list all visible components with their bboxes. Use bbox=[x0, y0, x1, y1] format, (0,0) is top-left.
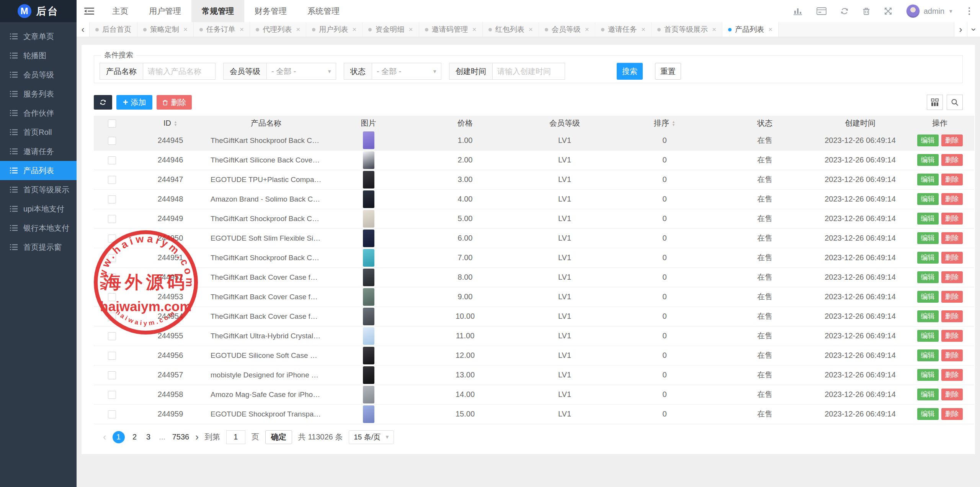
tab-close-icon[interactable]: × bbox=[408, 25, 413, 34]
bar-chart-icon[interactable] bbox=[794, 7, 803, 15]
row-delete-button[interactable]: 删除 bbox=[941, 252, 963, 264]
row-delete-button[interactable]: 删除 bbox=[941, 154, 963, 166]
cell-product-name[interactable]: TheGiftKart Shockproof Back Cove... bbox=[211, 136, 322, 145]
edit-button[interactable]: 编辑 bbox=[917, 310, 939, 322]
page-number[interactable]: 3 bbox=[145, 433, 152, 441]
product-image[interactable] bbox=[363, 347, 374, 364]
product-image[interactable] bbox=[363, 210, 374, 228]
status-select[interactable]: - 全部 - ▼ bbox=[372, 63, 441, 80]
sidebar-item-2[interactable]: 会员等级 bbox=[0, 65, 77, 84]
column-header[interactable]: 价格 bbox=[415, 116, 515, 131]
sidebar-item-1[interactable]: 轮播图 bbox=[0, 46, 77, 65]
sidebar-item-0[interactable]: 文章单页 bbox=[0, 27, 77, 46]
tab[interactable]: 首页等级展示 × bbox=[652, 22, 722, 37]
product-image[interactable] bbox=[363, 288, 374, 306]
page-size-select[interactable]: 15 条/页 ▼ bbox=[349, 430, 394, 444]
cell-product-name[interactable]: EGOTUDE TPU+Plastic Compatibl... bbox=[211, 175, 322, 184]
refresh-icon[interactable] bbox=[840, 7, 849, 15]
edit-button[interactable]: 编辑 bbox=[917, 134, 939, 146]
add-button[interactable]: + 添加 bbox=[116, 95, 152, 110]
row-delete-button[interactable]: 删除 bbox=[941, 213, 963, 225]
edit-button[interactable]: 编辑 bbox=[917, 154, 939, 166]
page-number[interactable]: 1 bbox=[113, 431, 125, 443]
tabs-scroll-right-icon[interactable]: › bbox=[954, 22, 967, 37]
product-image[interactable] bbox=[363, 327, 374, 345]
tab[interactable]: 资金明细 × bbox=[363, 22, 419, 37]
cell-product-name[interactable]: EGOTUDE Soft Slim Flexible Silic... bbox=[211, 234, 322, 243]
row-checkbox[interactable] bbox=[108, 254, 116, 262]
column-header[interactable]: 会员等级 bbox=[515, 116, 614, 131]
tab[interactable]: 红包列表 × bbox=[483, 22, 539, 37]
tab[interactable]: 产品列表 × bbox=[722, 22, 779, 37]
tab-close-icon[interactable]: × bbox=[240, 25, 244, 34]
cell-product-name[interactable]: TheGiftKart Shockproof Back Cove... bbox=[211, 254, 322, 262]
prev-page-icon[interactable]: ‹ bbox=[103, 431, 106, 443]
row-checkbox[interactable] bbox=[108, 156, 116, 164]
edit-button[interactable]: 编辑 bbox=[917, 408, 939, 420]
tab-close-icon[interactable]: × bbox=[296, 25, 300, 34]
tab[interactable]: 用户列表 × bbox=[306, 22, 363, 37]
cell-product-name[interactable]: TheGiftKart Ultra-Hybrid Crystal Cl... bbox=[211, 332, 322, 340]
page-number[interactable]: 2 bbox=[131, 433, 139, 441]
search-button[interactable]: 搜索 bbox=[617, 63, 643, 80]
sidebar-item-7[interactable]: 产品列表 bbox=[0, 161, 77, 180]
row-delete-button[interactable]: 删除 bbox=[941, 174, 963, 185]
edit-button[interactable]: 编辑 bbox=[917, 349, 939, 361]
tab-close-icon[interactable]: × bbox=[352, 25, 356, 34]
app-logo[interactable]: M 后台 bbox=[0, 0, 77, 22]
row-checkbox[interactable] bbox=[108, 410, 116, 418]
sort-icon[interactable]: ▲▼ bbox=[174, 120, 177, 126]
collapse-sidebar-icon[interactable] bbox=[77, 0, 102, 22]
toggle-columns-icon[interactable] bbox=[927, 95, 943, 110]
user-menu[interactable]: admin ▼ bbox=[906, 4, 953, 18]
select-all-checkbox[interactable] bbox=[108, 120, 116, 128]
cell-product-name[interactable]: Amozo Mag-Safe Case for iPhone ... bbox=[211, 390, 322, 399]
nav-item[interactable]: 财务管理 bbox=[244, 0, 297, 22]
edit-button[interactable]: 编辑 bbox=[917, 369, 939, 381]
product-image[interactable] bbox=[363, 171, 374, 189]
row-delete-button[interactable]: 删除 bbox=[941, 291, 963, 303]
sidebar-item-11[interactable]: 首页提示窗 bbox=[0, 238, 77, 257]
jump-page-input[interactable] bbox=[226, 430, 245, 444]
product-image[interactable] bbox=[363, 366, 374, 384]
row-checkbox[interactable] bbox=[108, 274, 116, 282]
nav-item[interactable]: 常规管理 bbox=[191, 0, 244, 22]
row-delete-button[interactable]: 删除 bbox=[941, 369, 963, 381]
product-image[interactable] bbox=[363, 386, 374, 403]
cell-product-name[interactable]: EGOTUDE Silicone Soft Case Ca... bbox=[211, 351, 322, 360]
row-checkbox[interactable] bbox=[108, 176, 116, 184]
row-checkbox[interactable] bbox=[108, 195, 116, 203]
product-image[interactable] bbox=[363, 308, 374, 325]
nav-item[interactable]: 主页 bbox=[102, 0, 139, 22]
tab[interactable]: 邀请任务 × bbox=[595, 22, 652, 37]
row-checkbox[interactable] bbox=[108, 352, 116, 360]
column-header[interactable]: 操作 bbox=[905, 116, 974, 131]
row-delete-button[interactable]: 删除 bbox=[941, 389, 963, 400]
edit-button[interactable]: 编辑 bbox=[917, 232, 939, 244]
tab[interactable]: 任务订单 × bbox=[194, 22, 250, 37]
tab[interactable]: 后台首页 bbox=[90, 22, 137, 37]
reset-button[interactable]: 重置 bbox=[655, 63, 681, 80]
page-number[interactable]: ... bbox=[158, 433, 166, 441]
search-icon[interactable] bbox=[947, 95, 963, 110]
sidebar-item-9[interactable]: upi本地支付 bbox=[0, 199, 77, 218]
tab-close-icon[interactable]: × bbox=[183, 25, 188, 34]
tab-close-icon[interactable]: × bbox=[472, 25, 477, 34]
column-header[interactable]: 状态 bbox=[715, 116, 815, 131]
product-name-input[interactable] bbox=[143, 63, 216, 80]
created-time-input[interactable] bbox=[492, 63, 565, 80]
sidebar-item-8[interactable]: 首页等级展示 bbox=[0, 180, 77, 199]
cell-product-name[interactable]: mobistyle Designed for iPhone 12 ... bbox=[211, 371, 322, 379]
edit-button[interactable]: 编辑 bbox=[917, 193, 939, 205]
row-checkbox[interactable] bbox=[108, 215, 116, 223]
cell-product-name[interactable]: EGOTUDE Shockproof Transpare... bbox=[211, 410, 322, 418]
edit-button[interactable]: 编辑 bbox=[917, 174, 939, 185]
row-delete-button[interactable]: 删除 bbox=[941, 134, 963, 146]
tab-close-icon[interactable]: × bbox=[768, 25, 773, 34]
cell-product-name[interactable]: TheGiftKart Silicone Back Cover S... bbox=[211, 156, 322, 164]
product-image[interactable] bbox=[363, 405, 374, 423]
sidebar-item-3[interactable]: 服务列表 bbox=[0, 84, 77, 103]
tab[interactable]: 邀请码管理 × bbox=[419, 22, 483, 37]
tab-close-icon[interactable]: × bbox=[529, 25, 533, 34]
edit-button[interactable]: 编辑 bbox=[917, 271, 939, 283]
